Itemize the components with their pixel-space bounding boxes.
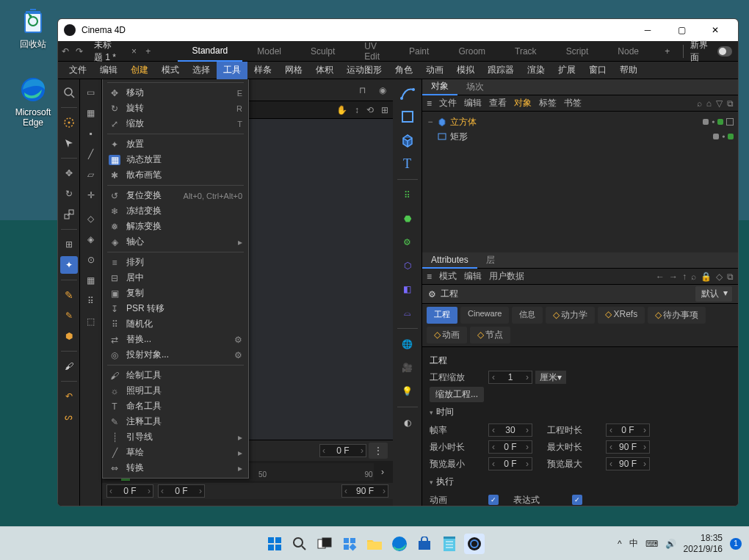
soft-select-icon[interactable]: ◉ xyxy=(372,81,393,99)
edge-taskbar-icon[interactable] xyxy=(389,534,410,554)
menu-window[interactable]: 窗口 xyxy=(582,62,613,79)
menu-dyn-place[interactable]: ▦动态放置 xyxy=(103,152,248,167)
texture-mode-icon[interactable]: ▦ xyxy=(82,104,100,122)
menu-render[interactable]: 渲染 xyxy=(521,62,551,79)
tray-keyboard-icon[interactable]: ⌨ xyxy=(645,539,658,549)
chip-nodes[interactable]: ◇节点 xyxy=(470,327,510,343)
chip-todo[interactable]: ◇待办事项 xyxy=(648,307,706,324)
attr-popout-icon[interactable]: ⧉ xyxy=(727,272,734,282)
menu-help[interactable]: 帮助 xyxy=(613,62,644,79)
rotate-tool-icon[interactable]: ↻ xyxy=(60,185,78,203)
enable-axis-icon[interactable]: ◇ xyxy=(82,210,100,228)
primitive-cube-icon[interactable] xyxy=(395,129,420,151)
attr-fwd-icon[interactable]: → xyxy=(669,272,678,282)
add-doc-icon[interactable]: + xyxy=(142,43,153,60)
chip-dynamics[interactable]: ◇动力学 xyxy=(546,307,595,324)
explorer-icon[interactable] xyxy=(364,534,385,554)
globe-icon[interactable]: 🌐 xyxy=(395,333,420,355)
tl-range-start[interactable]: 0 F xyxy=(106,484,153,498)
plus-icon[interactable]: + xyxy=(661,43,674,60)
search-taskbar-icon[interactable] xyxy=(289,534,310,554)
live-select-icon[interactable] xyxy=(60,114,78,131)
move-tool-icon[interactable]: ✥ xyxy=(60,164,78,182)
chip-info[interactable]: 信息 xyxy=(512,307,543,324)
widgets-icon[interactable] xyxy=(339,534,360,554)
brush-icon[interactable]: 🖌 xyxy=(60,357,78,375)
tray-clock[interactable]: 18:35 2021/9/16 xyxy=(684,533,723,554)
layout-tab-groom[interactable]: Groom xyxy=(444,41,500,62)
tab-layers[interactable]: 层 xyxy=(477,252,504,269)
bend-icon[interactable]: ⌓ xyxy=(395,302,420,324)
layout-tab-paint[interactable]: Paint xyxy=(394,41,444,62)
menu-duplicate[interactable]: ▣复制 xyxy=(103,286,248,301)
gear-green-icon[interactable]: ⚙ xyxy=(395,231,420,253)
layout-tab-sculpt[interactable]: Sculpt xyxy=(296,41,350,62)
tab-takes[interactable]: 场次 xyxy=(457,79,493,95)
layout-tab-node[interactable]: Node xyxy=(603,41,654,62)
undo-icon[interactable]: ↶ xyxy=(59,43,70,60)
start-button[interactable] xyxy=(264,534,285,554)
knife-icon[interactable]: ✎ xyxy=(60,286,78,304)
desktop-recycle-bin[interactable]: 回收站 xyxy=(7,6,59,51)
menu-scatter-pen[interactable]: ✱散布画笔 xyxy=(103,167,248,183)
obj-menu-view[interactable]: 查看 xyxy=(489,97,507,109)
layout-tab-uvedit[interactable]: UV Edit xyxy=(350,41,394,62)
fold-exec[interactable]: 执行 xyxy=(430,476,731,488)
c4d-taskbar-icon[interactable] xyxy=(464,534,485,554)
menu-project-obj[interactable]: ◎投射对象...⚙ xyxy=(103,347,248,363)
object-tree[interactable]: − 立方体 ⦁ 矩形 ⦁ xyxy=(422,112,738,252)
scale-tool-icon[interactable] xyxy=(60,206,78,223)
tray-volume-icon[interactable]: 🔊 xyxy=(665,539,676,549)
menu-axis[interactable]: ◈轴心▸ xyxy=(103,234,248,250)
cursor-icon[interactable] xyxy=(60,134,78,152)
tl-menu-icon[interactable]: ⋮ xyxy=(369,443,388,459)
obj-menu-edit[interactable]: 编辑 xyxy=(464,97,482,109)
obj-menu-tags[interactable]: 标签 xyxy=(539,97,557,109)
layout-tab-track[interactable]: Track xyxy=(500,41,551,62)
menu-center[interactable]: ⊟居中 xyxy=(103,270,248,286)
attr-search-icon[interactable]: ⌕ xyxy=(691,272,696,282)
attr-new-icon[interactable]: ◇ xyxy=(716,272,723,282)
menu-mode[interactable]: 模式 xyxy=(155,62,186,79)
fold-time[interactable]: 时间 xyxy=(430,406,731,418)
input-pvmin[interactable]: 0 F xyxy=(488,457,532,470)
tray-ime-lang[interactable]: 中 xyxy=(629,537,638,550)
tab-objects[interactable]: 对象 xyxy=(422,79,457,95)
attr-preset-combo[interactable]: 默认▾ xyxy=(695,286,732,302)
obj-menu-bookmarks[interactable]: 书签 xyxy=(564,97,582,109)
menu-doodle[interactable]: ╱草绘▸ xyxy=(103,445,248,460)
close-doc-icon[interactable]: × xyxy=(129,43,140,60)
menu-commander[interactable]: ⌕命令器Shift+C xyxy=(103,79,248,80)
edge-mode-icon[interactable]: ╱ xyxy=(82,145,100,163)
obj-filter-icon[interactable]: ▽ xyxy=(716,98,723,109)
menu-psr-transfer[interactable]: ↧PSR 转移 xyxy=(103,301,248,316)
chk-anim[interactable] xyxy=(488,495,499,505)
attr-menu-edit[interactable]: 编辑 xyxy=(464,270,482,283)
text-icon[interactable]: T xyxy=(395,153,420,175)
workplane-icon[interactable]: ▦ xyxy=(82,272,100,289)
menu-unfreeze[interactable]: ❅解冻变换 xyxy=(103,219,248,234)
camera-icon[interactable]: 🎥 xyxy=(395,357,420,379)
deformer-icon[interactable]: ◧ xyxy=(395,278,420,300)
menu-extensions[interactable]: 扩展 xyxy=(551,62,582,79)
titlebar[interactable]: Cinema 4D ─ ▢ ✕ xyxy=(58,19,738,41)
menu-move[interactable]: ✥移动E xyxy=(103,85,248,101)
tab-attributes[interactable]: Attributes xyxy=(422,252,477,269)
quantize-icon[interactable]: ⠿ xyxy=(82,292,100,310)
redo-icon[interactable]: ↷ xyxy=(73,43,84,60)
hex-icon[interactable]: ⬡ xyxy=(395,255,420,277)
point-mode-icon[interactable]: ▪ xyxy=(82,125,100,142)
menu-arrange[interactable]: ≡排列 xyxy=(103,255,248,270)
menu-select[interactable]: 选择 xyxy=(186,62,217,79)
input-fps[interactable]: 30 xyxy=(488,423,532,437)
chk-expr[interactable] xyxy=(572,495,582,505)
menu-file[interactable]: 文件 xyxy=(62,62,93,79)
menu-scale[interactable]: ⤢缩放T xyxy=(103,116,248,131)
material-icon[interactable]: ◐ xyxy=(395,412,420,434)
tl-current-frame[interactable]: 0 F xyxy=(319,444,366,457)
tl-scroll-right[interactable]: › xyxy=(377,464,388,480)
layout-tab-script[interactable]: Script xyxy=(551,41,604,62)
minimize-button[interactable]: ─ xyxy=(631,19,665,41)
poly-mode-icon[interactable]: ▱ xyxy=(82,166,100,183)
menu-rotate[interactable]: ↻旋转R xyxy=(103,101,248,116)
